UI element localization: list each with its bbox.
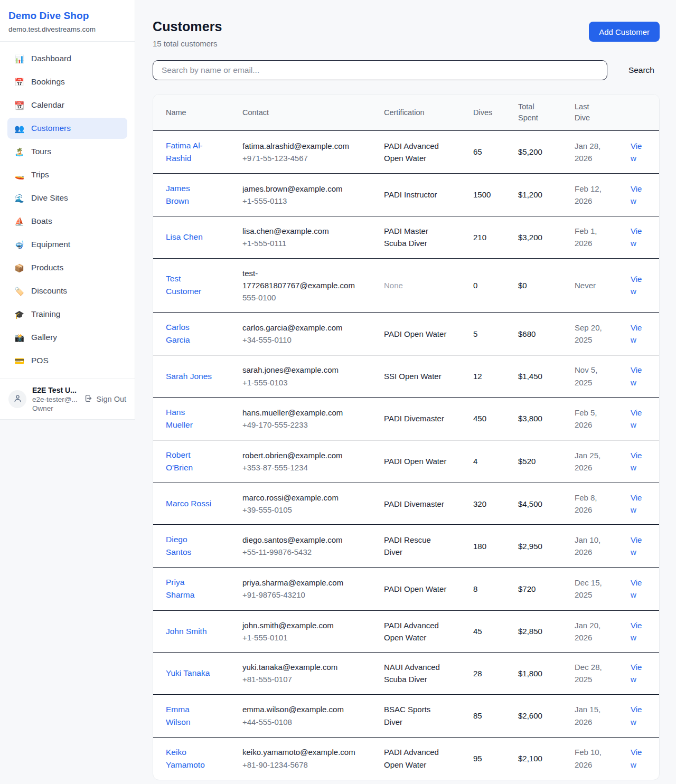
- customer-last-dive: Feb 8, 2026: [575, 483, 631, 525]
- customer-name-link[interactable]: Carlos Garcia: [166, 323, 190, 344]
- sidebar-item-label: Bookings: [31, 77, 65, 87]
- customer-last-dive: Feb 1, 2026: [575, 216, 631, 259]
- customer-total-spent: $1,200: [518, 174, 575, 216]
- calendar-icon: 📆: [14, 101, 24, 109]
- customer-name-link[interactable]: Fatima Al-Rashid: [166, 141, 203, 163]
- sidebar-item-label: Discounts: [31, 286, 67, 296]
- customer-certification: PADI Divemaster: [384, 397, 473, 440]
- customer-email: james.brown@example.com: [242, 183, 356, 195]
- customer-name-link[interactable]: Sarah Jones: [166, 372, 212, 381]
- customer-certification: SSI Open Water: [384, 355, 473, 398]
- customer-name-link[interactable]: Robert O'Brien: [166, 450, 193, 472]
- sign-out-button[interactable]: Sign Out: [84, 394, 126, 404]
- view-link[interactable]: View: [631, 578, 642, 599]
- user-meta: E2E Test U... e2e-tester@... Owner: [32, 386, 78, 412]
- table-header: NameContactCertificationDivesTotal Spent…: [153, 95, 659, 131]
- sidebar-item-label: Training: [31, 309, 60, 319]
- customer-name-link[interactable]: Test Customer: [166, 274, 201, 296]
- customer-email: test-1772681807767@example.com: [242, 267, 356, 292]
- user-icon: [13, 394, 22, 405]
- customer-dives: 85: [473, 694, 518, 737]
- customer-phone: +91-98765-43210: [242, 589, 356, 601]
- sidebar-item-customers[interactable]: 👥 Customers: [7, 118, 127, 139]
- sidebar-item-gallery[interactable]: 📸 Gallery: [7, 327, 127, 348]
- customer-phone: +55-11-99876-5432: [242, 546, 356, 558]
- view-link[interactable]: View: [631, 365, 642, 386]
- shop-name: Demo Dive Shop: [8, 10, 126, 22]
- customer-phone: +44-555-0108: [242, 716, 356, 728]
- user-section: E2E Test U... e2e-tester@... Owner Sign …: [0, 379, 135, 419]
- add-customer-button[interactable]: Add Customer: [589, 22, 660, 42]
- customer-total-spent: $2,100: [518, 737, 575, 780]
- sidebar-item-tours[interactable]: 🏝️ Tours: [7, 141, 127, 162]
- customer-certification: PADI Advanced Open Water: [384, 131, 473, 174]
- view-link[interactable]: View: [631, 323, 642, 344]
- view-link[interactable]: View: [631, 663, 642, 684]
- customer-last-dive: Dec 28, 2025: [575, 653, 631, 695]
- table-row: Yuki Tanaka yuki.tanaka@example.com +81-…: [153, 653, 659, 695]
- sidebar-item-bookings[interactable]: 📅 Bookings: [7, 71, 127, 92]
- customer-last-dive: Never: [575, 258, 631, 313]
- customer-total-spent: $2,850: [518, 610, 575, 653]
- customer-certification: PADI Rescue Diver: [384, 525, 473, 568]
- sidebar-item-trips[interactable]: 🚤 Trips: [7, 164, 127, 185]
- view-link[interactable]: View: [631, 493, 642, 514]
- view-link[interactable]: View: [631, 621, 642, 642]
- sidebar-item-equipment[interactable]: 🤿 Equipment: [7, 234, 127, 255]
- search-input[interactable]: [153, 60, 607, 80]
- sidebar-item-boats[interactable]: ⛵ Boats: [7, 211, 127, 232]
- customer-name-link[interactable]: John Smith: [166, 627, 207, 636]
- customer-email: marco.rossi@example.com: [242, 492, 356, 504]
- sidebar-item-calendar[interactable]: 📆 Calendar: [7, 95, 127, 116]
- view-link[interactable]: View: [631, 705, 642, 726]
- customer-last-dive: Nov 5, 2025: [575, 355, 631, 398]
- customer-name-link[interactable]: Hans Mueller: [166, 408, 193, 429]
- customer-total-spent: $5,200: [518, 131, 575, 174]
- sidebar-item-label: Customers: [31, 124, 71, 133]
- customer-name-link[interactable]: Lisa Chen: [166, 232, 203, 241]
- sidebar-item-pos[interactable]: 💳 POS: [7, 350, 127, 371]
- sidebar-nav: 📊 Dashboard 📅 Bookings 📆 Calendar 👥 Cust…: [0, 42, 135, 379]
- search-button[interactable]: Search: [623, 62, 660, 78]
- sidebar-item-products[interactable]: 📦 Products: [7, 257, 127, 278]
- customer-last-dive: Jan 15, 2026: [575, 694, 631, 737]
- logout-icon: [84, 394, 93, 404]
- sidebar-item-dashboard[interactable]: 📊 Dashboard: [7, 48, 127, 69]
- sidebar-item-dive-sites[interactable]: 🌊 Dive Sites: [7, 187, 127, 209]
- customer-name-link[interactable]: James Brown: [166, 184, 190, 205]
- customer-name-link[interactable]: Marco Rossi: [166, 499, 211, 508]
- customer-dives: 4: [473, 440, 518, 483]
- view-link[interactable]: View: [631, 408, 642, 429]
- customer-name-link[interactable]: Diego Santos: [166, 535, 191, 556]
- customer-certification: PADI Open Water: [384, 568, 473, 610]
- view-link[interactable]: View: [631, 451, 642, 472]
- sidebar-item-training[interactable]: 🎓 Training: [7, 304, 127, 325]
- view-link[interactable]: View: [631, 275, 642, 296]
- customer-last-dive: Feb 12, 2026: [575, 174, 631, 216]
- customer-phone: +1-555-0101: [242, 631, 356, 644]
- view-link[interactable]: View: [631, 226, 642, 248]
- customer-phone: +1-555-0113: [242, 195, 356, 207]
- dive-sites-icon: 🌊: [14, 194, 24, 202]
- customer-dives: 45: [473, 610, 518, 653]
- sign-out-label: Sign Out: [97, 395, 126, 403]
- products-icon: 📦: [14, 264, 24, 272]
- customer-name-link[interactable]: Yuki Tanaka: [166, 668, 210, 677]
- view-link[interactable]: View: [631, 184, 642, 205]
- customer-last-dive: Jan 20, 2026: [575, 610, 631, 653]
- sidebar-item-label: Calendar: [31, 100, 64, 110]
- bookings-icon: 📅: [14, 78, 24, 86]
- customer-dives: 28: [473, 653, 518, 695]
- view-link[interactable]: View: [631, 141, 642, 163]
- customer-name-link[interactable]: Emma Wilson: [166, 705, 191, 726]
- column-header-actions: [631, 95, 659, 131]
- view-link[interactable]: View: [631, 748, 642, 769]
- customer-dives: 1500: [473, 174, 518, 216]
- sidebar-item-discounts[interactable]: 🏷️ Discounts: [7, 280, 127, 301]
- customer-name-link[interactable]: Keiko Yamamoto: [166, 748, 205, 769]
- view-link[interactable]: View: [631, 535, 642, 556]
- customer-dives: 5: [473, 313, 518, 355]
- customer-name-link[interactable]: Priya Sharma: [166, 578, 194, 599]
- table-row: Hans Mueller hans.mueller@example.com +4…: [153, 397, 659, 440]
- customer-certification: BSAC Sports Diver: [384, 694, 473, 737]
